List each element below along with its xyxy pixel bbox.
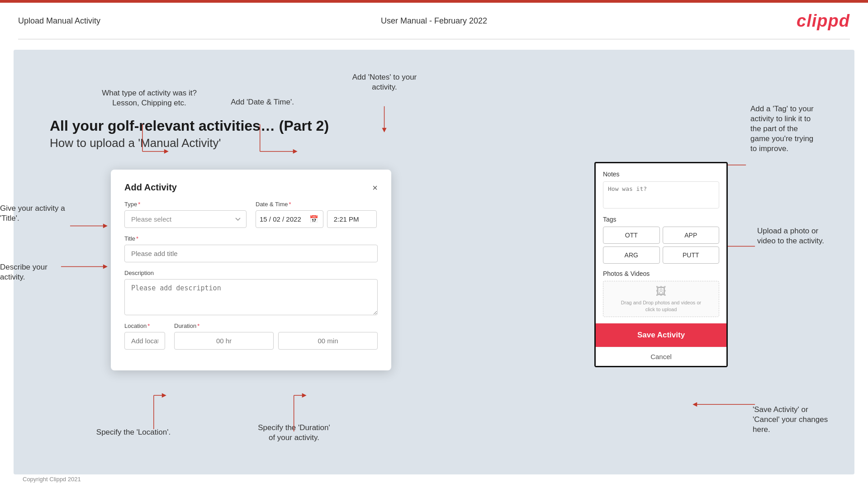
- header-divider: [18, 39, 850, 39]
- form-row-description: Description: [124, 270, 378, 315]
- page-title-sub: How to upload a 'Manual Activity': [50, 136, 329, 150]
- description-label: Description: [124, 270, 378, 276]
- main-content-area: All your golf-relevant activities… (Part…: [14, 50, 854, 474]
- form-group-type: Type* Please select: [124, 201, 247, 228]
- tag-putt[interactable]: PUTT: [663, 246, 720, 264]
- dialog-header: Add Activity ×: [124, 182, 378, 193]
- tag-app[interactable]: APP: [663, 227, 720, 244]
- add-activity-dialog: Add Activity × Type* Please select Date …: [111, 170, 391, 370]
- title-input[interactable]: [124, 245, 378, 262]
- annotation-give-title: Give your activity a 'Title'.: [0, 204, 81, 223]
- photos-upload-area[interactable]: 🖼 Drag and Drop photos and videos or cli…: [603, 281, 719, 317]
- form-row-type-date: Type* Please select Date & Time* 15 / 02…: [124, 201, 378, 228]
- footer-copyright: Copyright Clippd 2021: [23, 476, 81, 483]
- annotation-location: Specify the 'Location'.: [84, 427, 183, 437]
- duration-min-input[interactable]: [278, 332, 378, 350]
- logo: clippd: [797, 11, 850, 31]
- duration-inputs: [174, 332, 378, 350]
- phone-panel: Notes Tags OTT APP ARG PUTT Photos & Vid…: [594, 162, 728, 367]
- duration-label: Duration*: [174, 322, 378, 329]
- header: Upload Manual Activity User Manual - Feb…: [0, 3, 868, 39]
- location-label: Location*: [124, 322, 165, 329]
- upload-icon: 🖼: [656, 285, 667, 298]
- tags-label: Tags: [603, 216, 719, 223]
- svg-marker-17: [382, 128, 387, 133]
- dialog-close-button[interactable]: ×: [372, 183, 378, 192]
- form-group-description: Description: [124, 270, 378, 315]
- notes-label: Notes: [603, 171, 719, 178]
- tag-ott[interactable]: OTT: [603, 227, 660, 244]
- annotation-what-type: What type of activity was it? Lesson, Ch…: [97, 88, 201, 108]
- form-group-duration: Duration*: [174, 322, 378, 350]
- page-label: Upload Manual Activity: [18, 16, 100, 26]
- annotation-add-notes: Add 'Notes' to your activity.: [339, 72, 430, 92]
- description-textarea[interactable]: [124, 279, 378, 315]
- annotation-duration: Specify the 'Duration' of your activity.: [235, 423, 353, 443]
- form-group-datetime: Date & Time* 15 / 02 / 2022 📅: [256, 201, 378, 228]
- date-value: 15 / 02 / 2022: [256, 211, 305, 227]
- svg-marker-9: [103, 264, 108, 269]
- svg-marker-24: [693, 402, 697, 407]
- type-label: Type*: [124, 201, 247, 208]
- phone-panel-inner: Notes Tags OTT APP ARG PUTT Photos & Vid…: [596, 163, 726, 317]
- photos-label: Photos & Videos: [603, 270, 719, 277]
- location-input[interactable]: [124, 332, 165, 350]
- duration-hr-input[interactable]: [174, 332, 274, 350]
- page-title-block: All your golf-relevant activities… (Part…: [50, 118, 329, 150]
- annotation-save-cancel: 'Save Activity' or 'Cancel' your changes…: [753, 405, 852, 435]
- form-row-title: Title*: [124, 235, 378, 262]
- tags-grid: OTT APP ARG PUTT: [603, 227, 719, 264]
- date-input-group: 15 / 02 / 2022 📅: [256, 210, 323, 228]
- annotation-describe: Describe your activity.: [0, 262, 77, 282]
- save-activity-button[interactable]: Save Activity: [596, 323, 726, 347]
- cancel-button[interactable]: Cancel: [596, 347, 726, 366]
- page-title-main: All your golf-relevant activities… (Part…: [50, 118, 329, 134]
- manual-label: User Manual - February 2022: [381, 16, 487, 26]
- time-input[interactable]: [327, 210, 377, 228]
- date-label: Date & Time*: [256, 201, 378, 208]
- dialog-title: Add Activity: [124, 182, 177, 193]
- title-label: Title*: [124, 235, 378, 242]
- calendar-icon: 📅: [305, 215, 323, 223]
- form-group-location: Location*: [124, 322, 165, 350]
- type-select[interactable]: Please select: [124, 210, 247, 228]
- svg-marker-15: [302, 393, 307, 398]
- form-group-title: Title*: [124, 235, 378, 262]
- svg-marker-12: [162, 393, 166, 398]
- annotation-add-tag: Add a 'Tag' to your activity to link it …: [750, 104, 850, 154]
- notes-textarea[interactable]: [603, 181, 719, 208]
- annotation-add-date: Add 'Date & Time'.: [217, 97, 308, 107]
- upload-text: Drag and Drop photos and videos or click…: [621, 299, 701, 313]
- annotation-upload-photo: Upload a photo or video to the activity.: [757, 226, 852, 246]
- svg-marker-7: [103, 224, 108, 228]
- tag-arg[interactable]: ARG: [603, 246, 660, 264]
- form-row-location-duration: Location* Duration*: [124, 322, 378, 350]
